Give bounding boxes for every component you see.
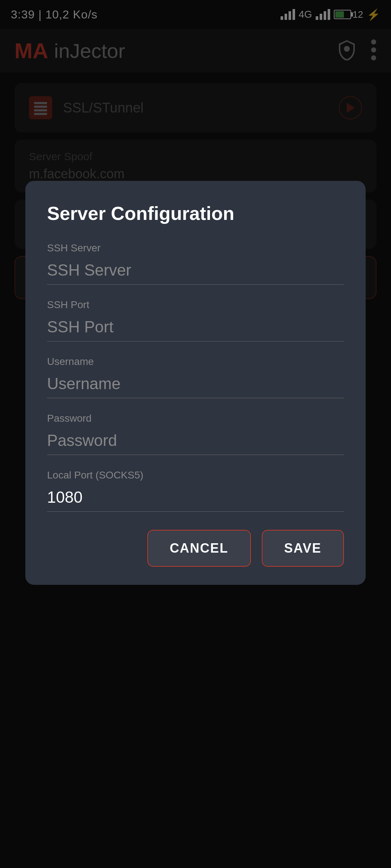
- ssh-port-label: SSH Port: [47, 299, 344, 311]
- ssh-port-input[interactable]: [47, 314, 344, 341]
- local-port-group: Local Port (SOCKS5): [47, 469, 344, 512]
- server-config-dialog: Server Configuration SSH Server SSH Port…: [25, 181, 366, 585]
- ssh-server-input[interactable]: [47, 258, 344, 285]
- ssh-port-group: SSH Port: [47, 299, 344, 341]
- password-label: Password: [47, 413, 344, 424]
- ssh-server-label: SSH Server: [47, 242, 344, 254]
- local-port-label: Local Port (SOCKS5): [47, 469, 344, 481]
- username-input[interactable]: [47, 371, 344, 398]
- cancel-button[interactable]: CANCEL: [147, 530, 251, 567]
- password-input[interactable]: [47, 428, 344, 455]
- dialog-title: Server Configuration: [47, 203, 344, 224]
- dialog-overlay: Server Configuration SSH Server SSH Port…: [0, 0, 391, 868]
- local-port-input[interactable]: [47, 485, 344, 512]
- save-button[interactable]: SAVE: [262, 530, 344, 567]
- username-group: Username: [47, 356, 344, 398]
- ssh-server-group: SSH Server: [47, 242, 344, 285]
- username-label: Username: [47, 356, 344, 367]
- password-group: Password: [47, 413, 344, 455]
- dialog-actions: CANCEL SAVE: [47, 530, 344, 567]
